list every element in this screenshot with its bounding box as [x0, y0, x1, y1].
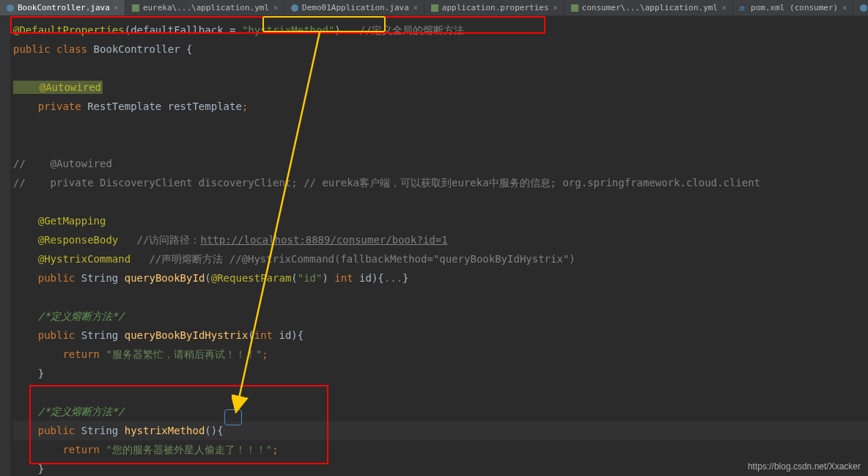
code-editor[interactable]: @DefaultProperties(defaultFallback = "hy…: [0, 16, 868, 476]
java-icon: [6, 4, 15, 12]
code-line: return "服务器繁忙，请稍后再试！！！";: [13, 345, 868, 364]
svg-point-6: [860, 4, 867, 12]
svg-point-0: [7, 4, 14, 12]
java-icon: [290, 4, 299, 12]
tab-consumer-yml[interactable]: consumer\...\application.yml ×: [564, 0, 733, 15]
code-line: @Autowired: [13, 78, 868, 97]
code-line: /*定义熔断方法*/: [13, 402, 868, 421]
tab-label: pom.xml (consumer): [751, 3, 838, 12]
code-line: [13, 135, 868, 154]
close-icon[interactable]: ×: [114, 4, 119, 12]
watermark: https://blog.csdn.net/Xxacker: [748, 461, 861, 472]
tab-label: consumer\...\application.yml: [582, 3, 718, 12]
svg-rect-4: [571, 4, 578, 12]
code-line: public String hystrixMethod(){: [13, 421, 868, 440]
code-line: private RestTemplate restTemplate;: [13, 97, 868, 116]
code-line: /*定义熔断方法*/: [13, 307, 868, 326]
code-line: @HystrixCommand //声明熔断方法 //@HystrixComma…: [13, 249, 868, 268]
code-line: [13, 116, 868, 135]
close-icon[interactable]: ×: [553, 4, 558, 12]
code-line: }: [13, 364, 868, 383]
editor-tabs: BookController.java × eureka\...\applica…: [0, 0, 868, 16]
tab-label: eureka\...\application.yml: [143, 3, 269, 12]
code-line: }: [13, 459, 868, 476]
svg-point-2: [291, 4, 298, 12]
close-icon[interactable]: ×: [273, 4, 278, 12]
props-icon: [430, 4, 439, 12]
close-icon[interactable]: ×: [722, 4, 727, 12]
code-line: @ResponseBody //访问路径：http://localhost:88…: [13, 230, 868, 249]
tab-eureka-app[interactable]: EurekaApp: [853, 0, 868, 15]
svg-text:m: m: [739, 4, 745, 12]
yml-icon: [131, 4, 140, 12]
code-line: public String queryBookByIdHystrix(int i…: [13, 326, 868, 345]
svg-rect-3: [431, 4, 438, 12]
code-line: [13, 192, 868, 211]
tab-label: application.properties: [442, 3, 549, 12]
code-line: @DefaultProperties(defaultFallback = "hy…: [13, 21, 868, 40]
gutter: [0, 16, 10, 476]
tab-demo01[interactable]: Demo01Application.java ×: [284, 0, 424, 15]
maven-icon: m: [739, 4, 748, 12]
tab-pom[interactable]: m pom.xml (consumer) ×: [733, 0, 853, 15]
close-icon[interactable]: ×: [842, 4, 847, 12]
svg-rect-1: [132, 4, 139, 12]
tab-eureka-yml[interactable]: eureka\...\application.yml ×: [125, 0, 284, 15]
tab-label: BookController.java: [18, 3, 110, 12]
code-line: // private DiscoveryClient discoveryClie…: [13, 173, 868, 192]
tab-app-properties[interactable]: application.properties ×: [424, 0, 564, 15]
yml-icon: [570, 4, 579, 12]
code-line: [13, 383, 868, 402]
code-line: [13, 59, 868, 78]
code-line: return "您的服务器被外星人偷走了！！！";: [13, 440, 868, 459]
code-line: public String queryBookById(@RequestPara…: [13, 268, 868, 288]
tab-label: Demo01Application.java: [302, 3, 409, 12]
code-line: // @Autowired: [13, 154, 868, 173]
code-line: public class BookController {: [13, 40, 868, 59]
java-icon: [859, 4, 868, 12]
tab-bookcontroller[interactable]: BookController.java ×: [0, 0, 125, 15]
close-icon[interactable]: ×: [413, 4, 418, 12]
code-line: @GetMapping: [13, 211, 868, 230]
code-line: [13, 288, 868, 307]
